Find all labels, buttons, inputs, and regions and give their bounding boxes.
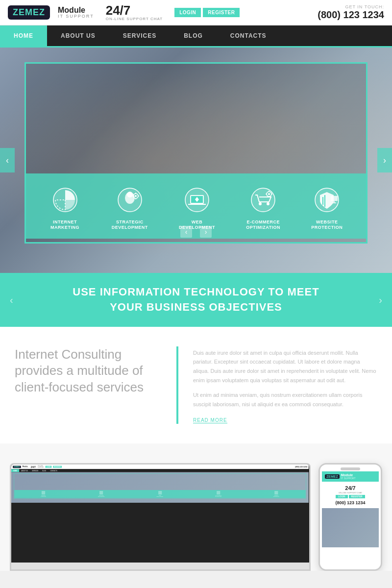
phone-notch: [341, 467, 360, 470]
hero-prev-button[interactable]: ‹: [0, 148, 15, 172]
mini-hero-overlay: [14, 473, 306, 499]
mini-247: 24/7: [31, 466, 36, 468]
login-button[interactable]: LOGIN: [174, 8, 201, 17]
laptop-mockup: ZEMEZ Module IT SUPPORT 24/7 ON-LINESUPP…: [10, 463, 311, 571]
mini-reg-btn: REGISTER: [53, 466, 61, 467]
phone-mockup: ZEMEZ Module IT SUPPORT 24/7 ON-LINE SUP…: [318, 463, 382, 571]
mini-cart-icon: [217, 491, 220, 494]
it-support-label: IT SUPPORT: [58, 14, 94, 19]
mini-it-label: IT SUPPORT: [23, 467, 28, 468]
mini-icon-4: E-COMMERCEOPTIMIZATION: [215, 491, 221, 497]
hero-section: ‹ INTERNETMARKETING: [0, 48, 392, 273]
mockup-section: ZEMEZ Module IT SUPPORT 24/7 ON-LINESUPP…: [0, 443, 392, 571]
mini-phone-247: 24/7: [325, 485, 376, 491]
nav-item-services[interactable]: SERVICES: [109, 25, 170, 46]
mini-chart-icon: [42, 491, 45, 494]
hero-next-button[interactable]: ›: [377, 148, 392, 172]
mini-phone-number: (800) 123 1234: [325, 499, 376, 506]
internet-marketing-label: INTERNETMARKETING: [50, 220, 79, 231]
mini-hero: INTERNETMARKETING STRATEGICDEVELOPMENT W…: [11, 472, 309, 502]
mini-module-logo: Module IT SUPPORT: [23, 466, 28, 468]
mini-nav-about: ABOUT US: [19, 469, 30, 472]
tagline-line2: YOUR BUSINESS OBJECTIVES: [110, 301, 282, 313]
icon-card-strategic[interactable]: STRATEGICDEVELOPMENT: [112, 184, 148, 231]
mini-on-line: ON-LINESUPPORT: [38, 465, 44, 468]
mini-nav-contacts: CONTACTS: [48, 469, 59, 472]
get-in-touch-label: GET IN TOUCH:: [318, 4, 384, 9]
mini-nav-blog: BLOG: [40, 469, 48, 472]
mini-phone-body: 24/7 ON-LINE SUPPORT CHAT LOGIN REGISTER…: [322, 482, 379, 508]
module-name: Module: [58, 6, 94, 15]
mini-icons-strip: INTERNETMARKETING STRATEGICDEVELOPMENT W…: [14, 490, 306, 498]
content-section: Internet Consulting provides a multitude…: [0, 327, 392, 443]
mini-phone-module-name: Module: [341, 473, 356, 477]
mini-phone-register: REGISTER: [349, 495, 365, 498]
nav-item-blog[interactable]: BLOG: [170, 25, 217, 46]
tagline-line1: USE INFORMATION TECHNOLOGY TO MEET: [73, 286, 319, 298]
icon-card-ecommerce[interactable]: E-COMMERCEOPTIMIZATION: [246, 184, 280, 231]
chart-icon: [49, 184, 81, 216]
phone-number: (800) 123 1234: [318, 9, 384, 21]
mini-phone-hero: [322, 508, 379, 547]
nav-item-home[interactable]: HOME: [0, 25, 47, 46]
brain-icon: [114, 184, 146, 216]
zemez-logo: ZEMEZ: [8, 5, 50, 20]
svg-point-3: [127, 192, 133, 197]
mini-shield-icon: [274, 491, 278, 494]
mini-laptop-icon: [158, 491, 162, 494]
icon-card-protection[interactable]: WEBSITEPROTECTION: [311, 184, 343, 231]
svg-point-19: [268, 193, 270, 195]
content-body-2: Ut enim ad minima veniam, quis nostrum e…: [193, 391, 377, 409]
header-buttons: LOGIN REGISTER: [174, 8, 240, 17]
carousel-controls: ‹ ›: [180, 226, 212, 238]
nav-item-about[interactable]: ABOUT US: [47, 25, 109, 46]
register-button[interactable]: REGISTER: [203, 8, 240, 17]
support-247-block: 24/7 ON-LINE SUPPORT CHAT: [106, 4, 163, 21]
icon-card-internet-marketing[interactable]: INTERNETMARKETING: [49, 184, 81, 231]
support-chat-label: ON-LINE SUPPORT CHAT: [106, 17, 163, 21]
mini-zemez-logo: ZEMEZ: [13, 466, 21, 468]
mini-phone-brand-row: ZEMEZ Module IT SUPPORT: [325, 473, 376, 480]
svg-point-5: [135, 195, 137, 197]
mini-nav-services: SERVICES: [30, 469, 40, 472]
mini-nav-home: HOME: [11, 469, 19, 472]
mini-phone-it: IT SUPPORT: [341, 477, 356, 480]
carousel-prev[interactable]: ‹: [180, 226, 192, 238]
laptop-icon: [181, 184, 213, 216]
carousel-next[interactable]: ›: [200, 226, 212, 238]
read-more-link[interactable]: READ MORE: [193, 417, 227, 423]
mini-brain-icon: [99, 491, 103, 494]
mini-phone-sub: ON-LINE SUPPORT CHAT: [325, 491, 376, 494]
laptop-screen: ZEMEZ Module IT SUPPORT 24/7 ON-LINESUPP…: [11, 465, 309, 563]
strategic-dev-label: STRATEGICDEVELOPMENT: [112, 220, 148, 231]
header-contact: GET IN TOUCH: (800) 123 1234: [318, 4, 384, 21]
tagline-text: USE INFORMATION TECHNOLOGY TO MEET YOUR …: [39, 285, 353, 315]
svg-rect-27: [331, 196, 338, 201]
mini-icon-3: WEBDEVELOPMENT: [157, 491, 164, 497]
icon-card-web-dev[interactable]: WEBDEVELOPMENT: [179, 184, 215, 231]
content-heading: Internet Consulting provides a multitude…: [15, 346, 162, 396]
protection-label: WEBSITEPROTECTION: [311, 220, 343, 231]
mini-module-name: Module: [23, 466, 28, 467]
mini-icon-2: STRATEGICDEVELOPMENT: [98, 491, 105, 497]
ecommerce-label: E-COMMERCEOPTIMIZATION: [246, 220, 280, 231]
tagline-banner: ‹ USE INFORMATION TECHNOLOGY TO MEET YOU…: [0, 273, 392, 327]
content-left: Internet Consulting provides a multitude…: [15, 346, 162, 424]
nav-item-contacts[interactable]: CONTACTS: [217, 25, 280, 46]
support-247-number: 24/7: [106, 4, 163, 17]
svg-point-17: [267, 202, 270, 205]
teal-accent-bar: [176, 346, 178, 424]
mini-phone-module: Module IT SUPPORT: [341, 473, 356, 480]
shield-icon: [311, 184, 343, 216]
mini-phone-header: ZEMEZ Module IT SUPPORT: [322, 471, 379, 482]
tagline-prev-button[interactable]: ‹: [10, 294, 13, 305]
mini-phone-zemez: ZEMEZ: [325, 474, 340, 479]
mini-header: ZEMEZ Module IT SUPPORT 24/7 ON-LINESUPP…: [11, 465, 309, 469]
content-body-1: Duis aute irure dolor sit amet in culpa …: [193, 348, 377, 385]
svg-point-16: [259, 202, 262, 205]
module-logo: Module IT SUPPORT: [58, 6, 94, 19]
mini-phone-num: (800) 123 1234: [295, 466, 307, 468]
mini-icon-5: WEBSITEPROTECTION: [273, 491, 279, 497]
mini-nav: HOME ABOUT US SERVICES BLOG CONTACTS: [11, 469, 309, 472]
tagline-next-button[interactable]: ›: [379, 294, 382, 305]
